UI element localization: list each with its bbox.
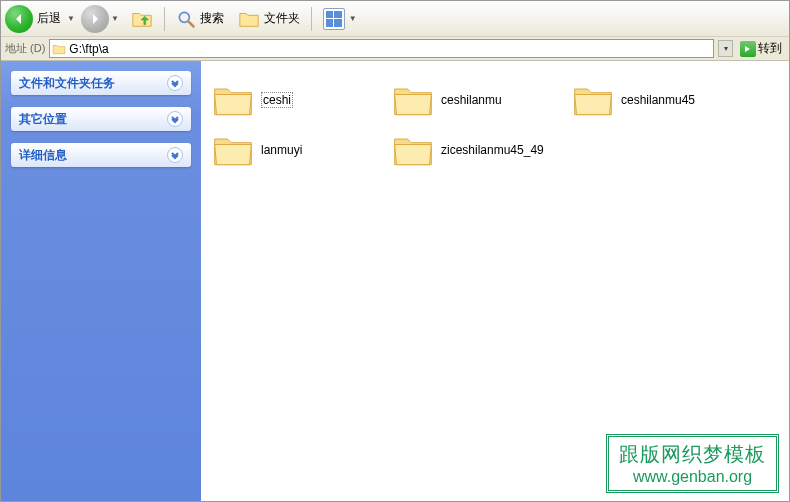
go-arrow-icon — [740, 41, 756, 57]
folder-item[interactable]: ceshi — [209, 75, 389, 125]
folder-icon — [52, 42, 66, 56]
task-panel[interactable]: 文件和文件夹任务 — [11, 71, 191, 95]
views-dropdown: ▼ — [349, 14, 357, 23]
folder-icon — [391, 81, 435, 119]
search-button[interactable]: 搜索 — [170, 5, 230, 33]
folder-item[interactable]: ceshilanmu — [389, 75, 569, 125]
go-button[interactable]: 转到 — [737, 39, 785, 58]
folder-up-icon — [131, 8, 153, 30]
folder-icon — [571, 81, 615, 119]
address-bar: 地址 (D) ▾ 转到 — [1, 37, 789, 61]
folder-grid: ceshi ceshilanmu ceshilanmu45 lanmuyi zi… — [209, 75, 781, 175]
up-button[interactable] — [125, 5, 159, 33]
chevron-down-icon — [167, 75, 183, 91]
views-button[interactable]: ▼ — [317, 5, 367, 33]
sidebar: 文件和文件夹任务 其它位置 详细信息 — [1, 61, 201, 501]
task-panel-title: 详细信息 — [19, 147, 167, 164]
folder-icon — [211, 131, 255, 169]
chevron-down-icon — [167, 147, 183, 163]
task-panel-title: 其它位置 — [19, 111, 167, 128]
folder-icon — [211, 81, 255, 119]
toolbar-separator — [164, 7, 165, 31]
search-icon — [176, 9, 196, 29]
watermark: 跟版网织梦模板 www.genban.org — [606, 434, 779, 493]
folder-label: ceshilanmu45 — [621, 93, 695, 107]
task-panel[interactable]: 其它位置 — [11, 107, 191, 131]
folder-item[interactable]: lanmuyi — [209, 125, 389, 175]
folder-item[interactable]: ziceshilanmu45_49 — [389, 125, 569, 175]
folders-label: 文件夹 — [264, 10, 300, 27]
folder-icon — [391, 131, 435, 169]
folders-button[interactable]: 文件夹 — [232, 5, 306, 33]
go-label: 转到 — [758, 40, 782, 57]
address-input[interactable] — [69, 42, 711, 56]
search-label: 搜索 — [200, 10, 224, 27]
back-button[interactable] — [5, 5, 33, 33]
address-input-wrapper[interactable] — [49, 39, 714, 58]
folder-label: ziceshilanmu45_49 — [441, 143, 544, 157]
back-label: 后退 — [37, 10, 61, 27]
folder-item[interactable]: ceshilanmu45 — [569, 75, 749, 125]
address-dropdown[interactable]: ▾ — [718, 40, 733, 57]
chevron-down-icon — [167, 111, 183, 127]
address-label: 地址 (D) — [5, 41, 45, 56]
back-dropdown[interactable]: ▼ — [67, 14, 75, 23]
watermark-line2: www.genban.org — [619, 468, 766, 486]
toolbar-separator — [311, 7, 312, 31]
folder-label: ceshilanmu — [441, 93, 502, 107]
forward-dropdown[interactable]: ▼ — [111, 14, 119, 23]
svg-line-1 — [188, 21, 193, 26]
views-icon — [323, 8, 345, 30]
forward-button[interactable] — [81, 5, 109, 33]
task-panel-title: 文件和文件夹任务 — [19, 75, 167, 92]
folders-icon — [238, 8, 260, 30]
watermark-line1: 跟版网织梦模板 — [619, 441, 766, 468]
task-panel[interactable]: 详细信息 — [11, 143, 191, 167]
folder-label: ceshi — [261, 92, 293, 108]
folder-label: lanmuyi — [261, 143, 302, 157]
main-toolbar: 后退 ▼ ▼ 搜索 文件夹 ▼ — [1, 1, 789, 37]
